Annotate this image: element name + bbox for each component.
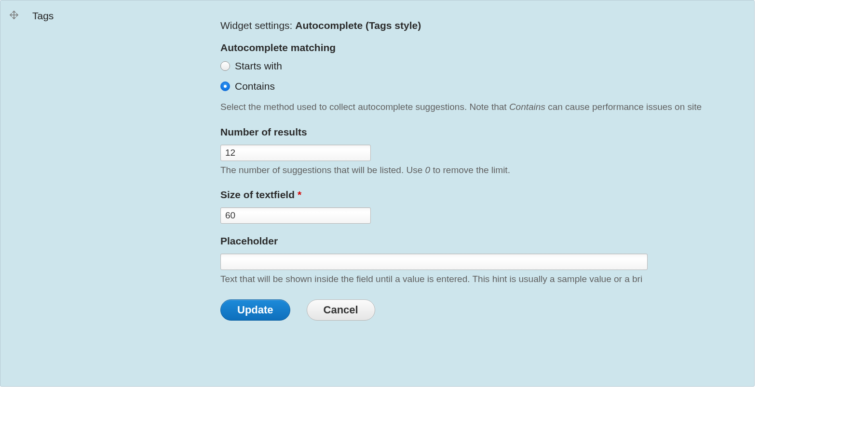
radio-icon bbox=[220, 61, 230, 71]
matching-description: Select the method used to collect autoco… bbox=[220, 101, 754, 114]
placeholder-description: Text that will be shown inside the field… bbox=[220, 273, 754, 286]
number-of-results-label: Number of results bbox=[220, 126, 754, 138]
action-buttons: Update Cancel bbox=[220, 299, 754, 321]
size-of-textfield-input[interactable] bbox=[220, 207, 371, 224]
size-of-textfield-field: Size of textfield * bbox=[220, 189, 754, 224]
required-mark: * bbox=[298, 189, 301, 200]
results-desc-post: to remove the limit. bbox=[430, 165, 510, 175]
number-of-results-field: Number of results The number of suggesti… bbox=[220, 126, 754, 177]
field-name-label: Tags bbox=[32, 9, 220, 22]
update-button[interactable]: Update bbox=[220, 299, 290, 321]
settings-label-text: Widget settings: bbox=[220, 20, 292, 31]
placeholder-input[interactable] bbox=[220, 254, 648, 270]
move-icon bbox=[9, 10, 19, 20]
drag-handle[interactable] bbox=[9, 9, 32, 20]
size-label-text: Size of textfield bbox=[220, 189, 295, 200]
results-desc-pre: The number of suggestions that will be l… bbox=[220, 165, 425, 175]
field-row: Tags Widget settings: Autocomplete (Tags… bbox=[0, 0, 754, 321]
number-of-results-description: The number of suggestions that will be l… bbox=[220, 164, 754, 177]
number-of-results-input[interactable] bbox=[220, 145, 371, 161]
placeholder-field: Placeholder Text that will be shown insi… bbox=[220, 235, 754, 286]
cancel-button[interactable]: Cancel bbox=[307, 299, 375, 321]
results-desc-ital: 0 bbox=[425, 165, 431, 175]
autocomplete-matching-legend: Autocomplete matching bbox=[220, 42, 754, 54]
matching-desc-post: can cause performance issues on site bbox=[545, 102, 702, 112]
radio-option-starts-with[interactable]: Starts with bbox=[220, 60, 754, 72]
placeholder-label: Placeholder bbox=[220, 235, 754, 247]
radio-label: Contains bbox=[235, 81, 275, 92]
size-of-textfield-label: Size of textfield * bbox=[220, 189, 754, 201]
settings-column: Widget settings: Autocomplete (Tags styl… bbox=[220, 9, 754, 321]
radio-icon bbox=[220, 81, 230, 91]
radio-label: Starts with bbox=[235, 60, 282, 72]
matching-desc-ital: Contains bbox=[509, 102, 545, 112]
widget-settings-title: Widget settings: Autocomplete (Tags styl… bbox=[220, 20, 754, 31]
radio-option-contains[interactable]: Contains bbox=[220, 81, 754, 92]
widget-name: Autocomplete (Tags style) bbox=[295, 20, 421, 31]
widget-settings-panel: Tags Widget settings: Autocomplete (Tags… bbox=[0, 0, 755, 387]
matching-desc-pre: Select the method used to collect autoco… bbox=[220, 102, 509, 112]
